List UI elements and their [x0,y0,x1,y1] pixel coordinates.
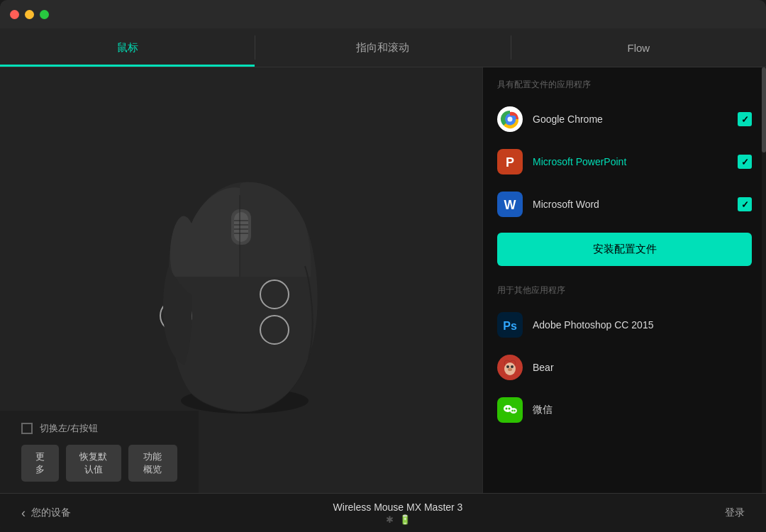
app-item-ppt[interactable]: P Microsoft PowerPoint ✓ [483,140,766,183]
maximize-button[interactable] [40,10,49,19]
switch-row: 切换左/右按钮 [21,422,177,435]
minimize-button[interactable] [25,10,34,19]
device-name: Wireless Mouse MX Master 3 [71,501,725,513]
section2-header: 用于其他应用程序 [483,273,766,304]
switch-checkbox[interactable] [21,423,33,434]
back-arrow-icon: ‹ [21,506,26,521]
svg-point-30 [510,408,517,414]
login-button[interactable]: 登录 [725,506,745,519]
app-item-bear[interactable]: Bear [483,346,766,389]
tab-bar: 鼠标 指向和滚动 Flow [0,28,766,67]
switch-label: 切换左/右按钮 [40,422,98,435]
svg-point-14 [508,117,513,122]
back-label: 您的设备 [31,506,71,519]
scrollbar-track[interactable] [762,67,766,493]
app-item-chrome[interactable]: Google Chrome ✓ [483,98,766,140]
tab-pointer[interactable]: 指向和滚动 [255,28,510,67]
traffic-lights [10,10,49,19]
svg-point-32 [509,408,511,410]
wechat-icon [497,397,523,423]
svg-point-26 [511,365,514,368]
tab-flow[interactable]: Flow [511,28,766,67]
ppt-checkbox[interactable]: ✓ [738,155,752,169]
svg-point-25 [506,365,509,368]
photoshop-name: Adobe Photoshop CC 2015 [533,319,752,331]
title-bar [0,0,766,28]
install-profile-button[interactable]: 安装配置文件 [497,233,752,266]
svg-text:P: P [506,155,514,170]
more-button[interactable]: 更多 [21,445,59,482]
scrollbar-thumb[interactable] [762,67,766,153]
overview-button[interactable]: 功能概览 [128,445,177,482]
right-panel: 具有配置文件的应用程序 [482,67,766,493]
reset-button[interactable]: 恢复默认值 [66,445,121,482]
app-window: 鼠标 指向和滚动 Flow [0,0,766,532]
svg-rect-2 [234,212,248,242]
wechat-name: 微信 [533,404,752,416]
mouse-area: 切换左/右按钮 更多 恢复默认值 功能概览 [0,67,482,493]
powerpoint-icon: P [497,149,523,174]
status-bar: ‹ 您的设备 Wireless Mouse MX Master 3 ✱ 🔋 登录 [0,493,766,532]
bear-name: Bear [533,362,752,373]
svg-text:W: W [504,198,516,212]
svg-text:Ps: Ps [503,320,517,332]
app-item-wechat[interactable]: 微信 [483,389,766,431]
svg-point-27 [508,368,512,371]
bluetooth-icon: ✱ [386,514,394,525]
svg-point-31 [506,408,508,410]
tab-mouse[interactable]: 鼠标 [0,28,255,67]
word-name: Microsoft Word [533,199,728,210]
word-checkbox[interactable]: ✓ [738,197,752,211]
main-content: 切换左/右按钮 更多 恢复默认值 功能概览 具有配置文件的应用程序 [0,67,766,493]
ppt-name: Microsoft PowerPoint [533,156,728,167]
app-item-photoshop[interactable]: Ps Adobe Photoshop CC 2015 [483,304,766,346]
section1-header: 具有配置文件的应用程序 [483,67,766,98]
bottom-buttons: 更多 恢复默认值 功能概览 [21,445,177,482]
svg-point-33 [511,410,513,411]
word-icon: W [497,192,523,217]
device-icons: ✱ 🔋 [71,514,725,525]
chrome-icon [497,106,523,132]
photoshop-icon: Ps [497,312,523,338]
back-navigation[interactable]: ‹ 您的设备 [21,506,71,521]
bear-icon [497,355,523,380]
svg-point-34 [514,410,515,411]
device-info: Wireless Mouse MX Master 3 ✱ 🔋 [71,501,725,525]
app-item-word[interactable]: W Microsoft Word ✓ [483,183,766,226]
chrome-checkbox[interactable]: ✓ [738,112,752,126]
battery-icon: 🔋 [399,514,411,525]
chrome-name: Google Chrome [533,113,728,125]
mouse-controls: 切换左/右按钮 更多 恢复默认值 功能概览 [0,411,199,493]
close-button[interactable] [10,10,19,19]
